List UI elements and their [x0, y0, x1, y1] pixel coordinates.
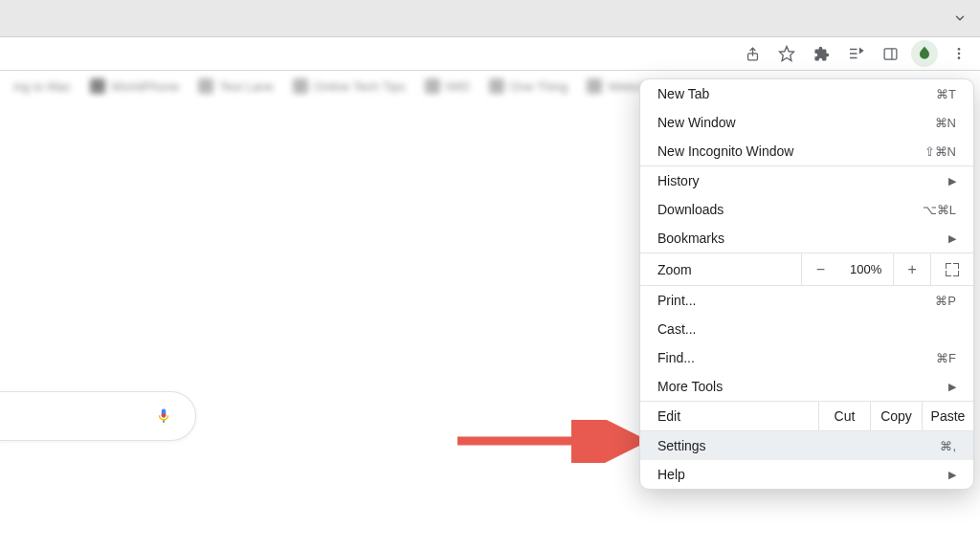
- menu-edit-row: Edit Cut Copy Paste: [640, 401, 973, 431]
- zoom-value: 100%: [839, 262, 893, 276]
- svg-point-4: [958, 48, 961, 51]
- profile-avatar[interactable]: [911, 40, 938, 67]
- bookmark-item[interactable]: Test Lane: [192, 75, 278, 98]
- submenu-arrow-icon: ▶: [948, 232, 956, 245]
- shortcut: ⌘,: [940, 439, 956, 453]
- menu-new-tab[interactable]: New Tab ⌘T: [640, 79, 973, 108]
- menu-label: Find...: [657, 350, 695, 365]
- extensions-icon[interactable]: [808, 40, 835, 67]
- menu-edit: Edit: [640, 402, 818, 430]
- shortcut: ⌘F: [936, 351, 956, 365]
- browser-toolbar: [0, 37, 980, 71]
- menu-cast[interactable]: Cast...: [640, 315, 973, 343]
- bookmark-item[interactable]: IWD: [419, 75, 476, 98]
- media-control-icon[interactable]: [842, 40, 869, 67]
- menu-label: New Incognito Window: [657, 143, 793, 159]
- fullscreen-button[interactable]: [930, 253, 973, 285]
- svg-point-6: [958, 56, 961, 59]
- edit-cut-button[interactable]: Cut: [818, 402, 870, 430]
- menu-label: History: [657, 173, 700, 188]
- zoom-in-button[interactable]: +: [893, 253, 931, 285]
- menu-print[interactable]: Print... ⌘P: [640, 286, 973, 315]
- menu-new-incognito[interactable]: New Incognito Window ⇧⌘N: [640, 137, 973, 165]
- search-box[interactable]: [0, 391, 196, 441]
- side-panel-icon[interactable]: [877, 40, 903, 67]
- shortcut: ⌘T: [936, 87, 956, 101]
- menu-label: Edit: [657, 408, 680, 424]
- menu-label: Settings: [657, 438, 706, 453]
- chevron-down-icon[interactable]: [953, 11, 967, 25]
- menu-help[interactable]: Help ▶: [640, 460, 973, 489]
- edit-copy-button[interactable]: Copy: [870, 402, 922, 430]
- menu-bookmarks[interactable]: Bookmarks ▶: [640, 224, 973, 253]
- menu-downloads[interactable]: Downloads ⌥⌘L: [640, 195, 973, 224]
- bookmark-star-icon[interactable]: [773, 40, 800, 67]
- svg-rect-2: [884, 48, 897, 58]
- shortcut: ⌥⌘L: [923, 203, 956, 217]
- edit-paste-button[interactable]: Paste: [922, 402, 973, 430]
- zoom-out-button[interactable]: −: [801, 253, 839, 285]
- bookmark-item[interactable]: WorldPhone: [84, 75, 185, 98]
- bookmark-item[interactable]: Online Tech Tips: [287, 75, 412, 98]
- svg-marker-1: [780, 47, 794, 61]
- mic-icon[interactable]: [155, 405, 172, 428]
- chrome-menu: New Tab ⌘T New Window ⌘N New Incognito W…: [639, 78, 974, 490]
- submenu-arrow-icon: ▶: [948, 381, 956, 393]
- shortcut: ⌘P: [935, 294, 956, 308]
- shortcut: ⇧⌘N: [924, 144, 956, 159]
- menu-label: New Tab: [657, 86, 709, 101]
- menu-label: Cast...: [657, 321, 696, 337]
- submenu-arrow-icon: ▶: [948, 469, 956, 481]
- menu-label: Zoom: [640, 262, 801, 277]
- menu-label: Bookmarks: [657, 231, 724, 246]
- shortcut: ⌘N: [935, 116, 956, 130]
- menu-label: New Window: [657, 115, 736, 130]
- bookmark-item[interactable]: One Thing: [483, 75, 573, 98]
- menu-settings[interactable]: Settings ⌘,: [640, 431, 973, 460]
- menu-zoom-row: Zoom − 100% +: [640, 253, 973, 286]
- bookmark-item[interactable]: ing to Mac: [8, 76, 77, 98]
- submenu-arrow-icon: ▶: [948, 175, 956, 187]
- menu-more-tools[interactable]: More Tools ▶: [640, 372, 973, 401]
- menu-label: Print...: [657, 293, 696, 308]
- share-icon[interactable]: [739, 40, 766, 67]
- fullscreen-icon: [946, 263, 959, 276]
- menu-history[interactable]: History ▶: [640, 166, 973, 195]
- menu-label: Help: [657, 467, 685, 482]
- menu-new-window[interactable]: New Window ⌘N: [640, 108, 973, 137]
- titlebar: [0, 0, 980, 37]
- menu-find[interactable]: Find... ⌘F: [640, 343, 973, 372]
- kebab-menu-icon[interactable]: [946, 40, 972, 67]
- menu-label: Downloads: [657, 202, 724, 217]
- svg-point-5: [958, 53, 961, 55]
- menu-label: More Tools: [657, 379, 723, 394]
